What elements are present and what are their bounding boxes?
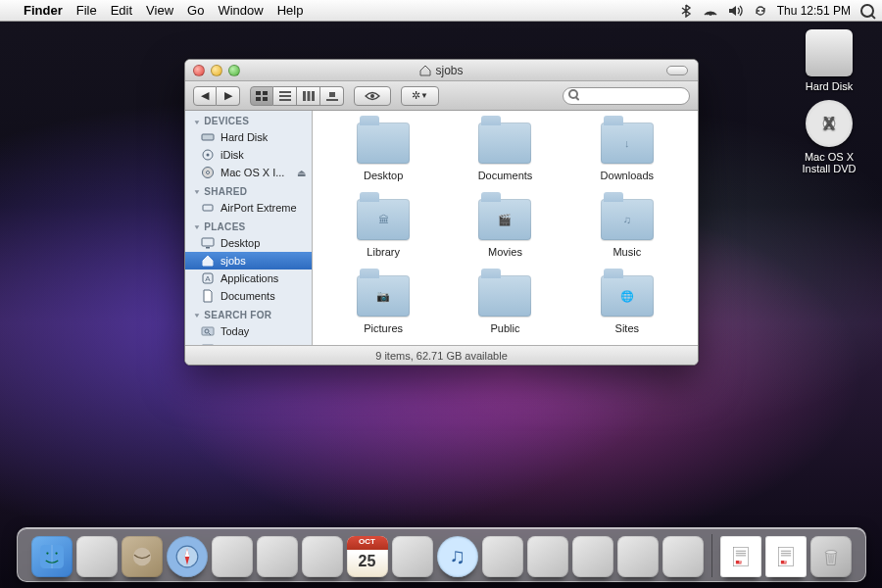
trash-icon [819,545,843,568]
svg-text:A: A [205,274,211,283]
back-button[interactable]: ◀ [193,86,217,106]
document-icon: PDF [774,545,798,568]
desktop-icon-label: Mac OS X Install DVD [790,151,868,174]
airport-icon[interactable] [703,5,718,17]
svg-rect-20 [203,205,213,211]
sidebar-item-desktop[interactable]: Desktop [185,234,312,252]
sidebar-item-label: Desktop [220,237,260,249]
view-icons-button[interactable] [250,86,273,106]
dock-app-mail[interactable] [122,536,163,577]
spotlight-icon[interactable] [860,4,874,18]
folder-sites[interactable]: 🌐Sites [566,275,688,334]
folder-icon: 🌐 [601,275,654,317]
folder-glyph-icon: 🎬 [478,199,531,240]
sync-icon[interactable] [754,4,767,18]
window-zoom-button[interactable] [228,65,240,76]
action-menu-button[interactable]: ✲ ▼ [401,86,439,106]
dock-app-finder[interactable] [31,536,73,577]
toolbar-toggle-button[interactable] [666,66,688,75]
folder-desktop[interactable]: Desktop [322,122,444,181]
sidebar-group-places[interactable]: PLACES [185,217,312,234]
window-titlebar[interactable]: sjobs [185,60,698,81]
dock-app-dashboard[interactable] [76,536,118,577]
svg-rect-3 [256,97,261,101]
sidebar-item-label: Hard Disk [220,131,268,143]
folder-music[interactable]: ♫Music [566,199,688,258]
folder-library[interactable]: 🏛Library [322,199,444,258]
dock-app-safari[interactable] [167,536,208,577]
dock-app-ichat[interactable] [212,536,253,577]
sidebar-item-label: sjobs [220,255,246,267]
menu-item-help[interactable]: Help [277,3,304,18]
dock-app-preview[interactable] [257,536,298,577]
dock-app-time-machine[interactable] [527,536,568,577]
folder-pictures[interactable]: 📷Pictures [322,275,444,334]
view-list-button[interactable] [273,86,297,106]
folder-glyph-icon: 🌐 [601,275,654,317]
sidebar-group-devices[interactable]: DEVICES [185,111,312,128]
folder-movies[interactable]: 🎬Movies [444,199,565,258]
bluetooth-icon[interactable] [681,4,693,18]
dock-wrap: 25OCT♫PDFPDF [0,527,882,582]
folder-icon [357,122,410,164]
folder-icon: 🎬 [478,199,531,240]
sidebar-item-label: Documents [220,290,275,302]
menu-item-window[interactable]: Window [218,3,263,18]
sidebar-item-idisk[interactable]: iDisk [185,146,312,164]
finder-content[interactable]: DesktopDocuments↓Downloads🏛Library🎬Movie… [313,111,698,345]
sidebar-item-mac-os-x-i-[interactable]: Mac OS X I...⏏ [185,164,312,181]
forward-button[interactable]: ▶ [217,86,240,106]
menubar-clock[interactable]: Thu 12:51 PM [777,4,851,18]
folder-label: Movies [488,246,522,258]
menu-item-go[interactable]: Go [187,3,204,18]
apps-icon: A [201,271,215,285]
menu-item-view[interactable]: View [146,3,173,18]
dock-item-document-2[interactable]: PDF [765,536,807,577]
dock-item-trash[interactable] [810,536,852,577]
folder-public[interactable]: Public [444,275,565,334]
sidebar-item-yesterday[interactable]: Yesterday [185,340,312,345]
view-columns-button[interactable] [297,86,320,106]
quicklook-button[interactable] [354,86,391,106]
window-close-button[interactable] [193,65,205,76]
dock-app-system-preferences[interactable] [572,536,613,577]
eject-icon[interactable]: ⏏ [297,168,306,178]
sidebar-item-label: Mac OS X I... [220,167,284,178]
folder-label: Downloads [601,170,654,181]
sidebar-item-today[interactable]: Today [185,322,312,340]
dock-item-document-1[interactable]: PDF [720,536,761,577]
menu-item-edit[interactable]: Edit [111,3,132,18]
dock-app-photo-booth[interactable] [392,536,433,577]
folder-documents[interactable]: Documents [444,122,565,181]
folder-downloads[interactable]: ↓Downloads [566,122,688,181]
window-minimize-button[interactable] [211,65,222,76]
sidebar-item-airport-extreme[interactable]: AirPort Extreme [185,199,312,217]
document-icon: PDF [729,545,753,568]
volume-icon[interactable] [728,5,744,17]
calendar-month: OCT [347,537,388,546]
dock-app-itunes[interactable]: ♫ [437,536,478,577]
sidebar-group-shared[interactable]: SHARED [185,181,312,199]
dock-app-spaces[interactable] [482,536,523,577]
desktop-icon-hd[interactable]: Hard Disk [790,29,868,92]
menu-item-file[interactable]: File [76,3,97,18]
sidebar-item-hard-disk[interactable]: Hard Disk [185,128,312,146]
safari-icon [175,545,199,568]
svg-rect-57 [780,555,790,556]
search-input[interactable] [563,87,690,105]
view-coverflow-button[interactable] [320,86,344,106]
sidebar-item-label: AirPort Extreme [220,202,297,214]
dock-app-ical[interactable]: 25OCT [347,536,388,577]
sidebar-group-search-for[interactable]: SEARCH FOR [185,305,312,322]
dock-app-address-book[interactable] [302,536,343,577]
finder-icon [40,545,64,568]
sidebar-item-applications[interactable]: AApplications [185,270,312,287]
svg-rect-14 [202,134,214,140]
desktop-icon-dvd[interactable]: Mac OS X Install DVD [790,100,868,174]
sidebar-item-documents[interactable]: Documents [185,287,312,305]
menubar-app-name[interactable]: Finder [24,3,63,18]
home-icon [201,254,215,268]
dock-app-isync[interactable] [662,536,704,577]
sidebar-item-sjobs[interactable]: sjobs [185,252,312,270]
dock-app-quicktime-player[interactable] [617,536,659,577]
